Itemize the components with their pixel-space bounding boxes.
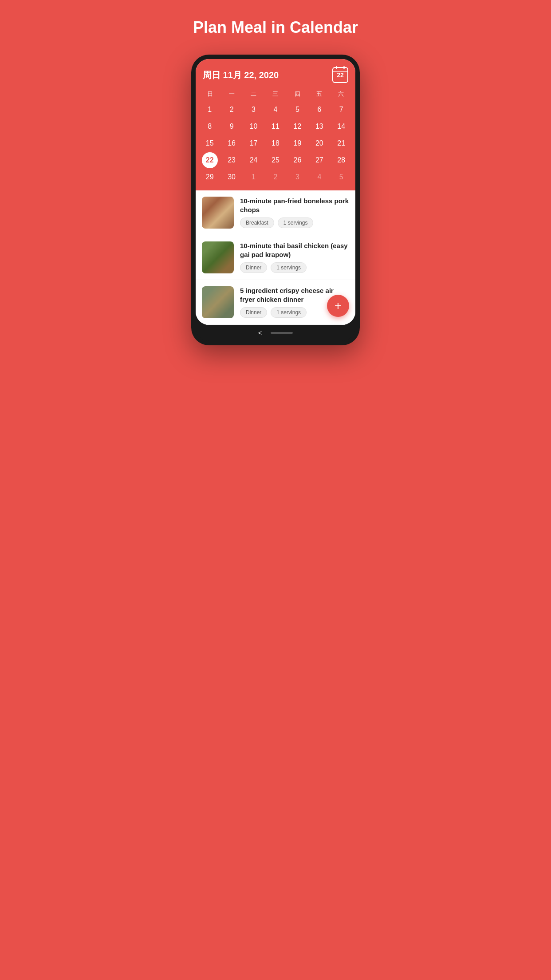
day-28[interactable]: 28 [333, 152, 349, 168]
day-22-selected[interactable]: 22 [202, 152, 218, 168]
day-14[interactable]: 14 [333, 119, 349, 134]
day-11[interactable]: 11 [268, 119, 283, 134]
day-2[interactable]: 2 [224, 102, 240, 118]
day-17[interactable]: 17 [246, 135, 262, 151]
day-29[interactable]: 29 [202, 169, 218, 185]
meal-type-tag-2: Dinner [240, 262, 267, 273]
phone-container: 周日 11月 22, 2020 22 日 一 二 三 四 五 六 [191, 55, 360, 345]
phone-nav-bar: < [196, 325, 355, 341]
meal-tags-1: Breakfast 1 servings [240, 217, 349, 228]
day-12[interactable]: 12 [289, 119, 305, 134]
meal-image-3 [202, 286, 234, 318]
page-title: Plan Meal in Calendar [193, 18, 358, 37]
day-header-sat: 六 [330, 88, 352, 100]
back-arrow-icon[interactable]: < [258, 329, 262, 336]
meal-image-1 [202, 197, 234, 229]
meal-servings-tag-3: 1 servings [271, 307, 307, 318]
day-next-1[interactable]: 1 [246, 169, 262, 185]
meal-title-2: 10-minute thai basil chicken (easy gai p… [240, 241, 349, 259]
day-13[interactable]: 13 [311, 119, 327, 134]
calendar-header: 周日 11月 22, 2020 22 [196, 59, 355, 88]
day-header-fri: 五 [308, 88, 330, 100]
day-30[interactable]: 30 [224, 169, 240, 185]
day-25[interactable]: 25 [268, 152, 283, 168]
meal-item-2[interactable]: 10-minute thai basil chicken (easy gai p… [196, 235, 355, 280]
day-16[interactable]: 16 [224, 135, 240, 151]
day-27[interactable]: 27 [311, 152, 327, 168]
meal-servings-tag-2: 1 servings [271, 262, 307, 273]
add-meal-fab-button[interactable]: + [327, 295, 349, 317]
day-8[interactable]: 8 [202, 119, 218, 134]
meal-servings-tag-1: 1 servings [278, 217, 314, 228]
day-6[interactable]: 6 [311, 102, 327, 118]
day-4[interactable]: 4 [268, 102, 283, 118]
day-20[interactable]: 20 [311, 135, 327, 151]
day-header-thu: 四 [287, 88, 308, 100]
days-grid: 1 2 3 4 5 6 7 8 9 10 11 12 13 14 15 [199, 102, 352, 185]
meal-type-tag-3: Dinner [240, 307, 267, 318]
day-header-sun: 日 [199, 88, 221, 100]
day-18[interactable]: 18 [268, 135, 283, 151]
day-next-3[interactable]: 3 [289, 169, 305, 185]
day-7[interactable]: 7 [333, 102, 349, 118]
day-header-wed: 三 [264, 88, 286, 100]
day-headers: 日 一 二 三 四 五 六 [199, 88, 352, 100]
home-bar[interactable] [271, 332, 293, 334]
meals-list: 10-minute pan-fried boneless pork chops … [196, 190, 355, 325]
day-24[interactable]: 24 [246, 152, 262, 168]
calendar-icon-button[interactable]: 22 [332, 67, 348, 83]
calendar-grid: 日 一 二 三 四 五 六 1 2 3 4 5 6 7 [196, 88, 355, 190]
day-15[interactable]: 15 [202, 135, 218, 151]
day-next-4[interactable]: 4 [311, 169, 327, 185]
meal-image-2 [202, 241, 234, 273]
meal-item-1[interactable]: 10-minute pan-fried boneless pork chops … [196, 190, 355, 235]
meal-tags-2: Dinner 1 servings [240, 262, 349, 273]
day-9[interactable]: 9 [224, 119, 240, 134]
phone-screen: 周日 11月 22, 2020 22 日 一 二 三 四 五 六 [196, 59, 355, 325]
meal-type-tag-1: Breakfast [240, 217, 274, 228]
day-21[interactable]: 21 [333, 135, 349, 151]
meal-info-1: 10-minute pan-fried boneless pork chops … [240, 197, 349, 228]
day-header-tue: 二 [243, 88, 264, 100]
day-10[interactable]: 10 [246, 119, 262, 134]
meal-title-1: 10-minute pan-fried boneless pork chops [240, 197, 349, 214]
meal-info-2: 10-minute thai basil chicken (easy gai p… [240, 241, 349, 273]
page-wrapper: Plan Meal in Calendar 周日 11月 22, 2020 22… [169, 0, 382, 980]
calendar-header-title: 周日 11月 22, 2020 [203, 69, 279, 81]
day-header-mon: 一 [221, 88, 243, 100]
day-23[interactable]: 23 [224, 152, 240, 168]
day-5[interactable]: 5 [289, 102, 305, 118]
day-1[interactable]: 1 [202, 102, 218, 118]
day-26[interactable]: 26 [289, 152, 305, 168]
day-next-2[interactable]: 2 [268, 169, 283, 185]
day-next-5[interactable]: 5 [333, 169, 349, 185]
day-3[interactable]: 3 [246, 102, 262, 118]
day-19[interactable]: 19 [289, 135, 305, 151]
